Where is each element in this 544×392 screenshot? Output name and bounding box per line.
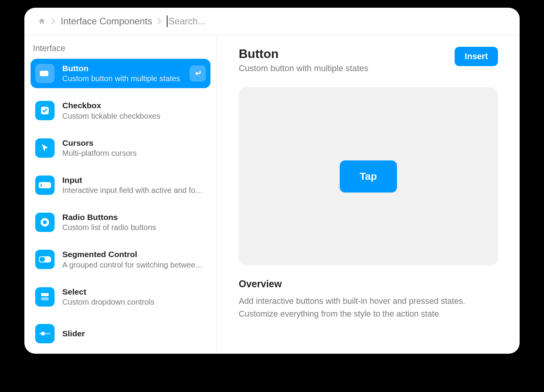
- radio-icon: [35, 213, 55, 232]
- svg-point-5: [43, 220, 47, 224]
- sidebar-item-radio[interactable]: Radio Buttons Custom list of radio butto…: [31, 208, 210, 237]
- sidebar-item-title: Input: [62, 175, 206, 185]
- svg-rect-7: [39, 257, 45, 262]
- sidebar-item-subtitle: Custom list of radio buttons: [62, 222, 206, 232]
- svg-rect-8: [41, 293, 49, 296]
- slider-icon: [35, 324, 55, 343]
- home-icon[interactable]: [38, 17, 46, 25]
- sidebar-item-subtitle: Interactive input field with active and …: [62, 185, 206, 195]
- sidebar-item-title: Select: [62, 287, 206, 297]
- detail-title: Button: [239, 47, 368, 61]
- sidebar-item-subtitle: Custom button with multiple states: [62, 73, 182, 84]
- button-icon: [35, 64, 55, 83]
- sidebar-item-slider[interactable]: Slider: [31, 319, 210, 348]
- sidebar-item-cursors[interactable]: Cursors Multi-platform cursors: [31, 133, 210, 163]
- checkbox-icon: [35, 101, 55, 120]
- detail-subtitle: Custom button with multiple states: [239, 63, 368, 73]
- sidebar-item-title: Cursors: [62, 138, 206, 148]
- sidebar-item-segmented[interactable]: Segmented Control A grouped control for …: [31, 245, 210, 274]
- sidebar-item-select[interactable]: Select Custom dropdown controls: [31, 282, 210, 312]
- breadcrumb-bar: Interface Components: [24, 8, 520, 35]
- component-sidebar: Interface Button Custom button with mult…: [24, 35, 217, 354]
- sidebar-item-title: Button: [62, 63, 182, 73]
- preview-area: Tap: [239, 87, 498, 265]
- chevron-right-icon: [51, 18, 55, 24]
- sidebar-item-checkbox[interactable]: Checkbox Custom tickable checkboxes: [31, 96, 210, 125]
- select-icon: [35, 287, 55, 307]
- preview-tap-button[interactable]: Tap: [340, 160, 397, 193]
- svg-rect-9: [41, 297, 49, 300]
- sidebar-item-input[interactable]: Input Interactive input field with activ…: [31, 170, 210, 200]
- sidebar-item-title: Slider: [62, 329, 206, 339]
- breadcrumb-section[interactable]: Interface Components: [61, 16, 152, 27]
- chevron-right-icon: [157, 18, 161, 24]
- search-wrap: [167, 15, 506, 27]
- cursor-icon: [35, 138, 55, 158]
- sidebar-item-subtitle: Multi-platform cursors: [62, 148, 206, 158]
- insert-button[interactable]: Insert: [455, 47, 498, 66]
- input-icon: [35, 176, 55, 195]
- segmented-icon: [35, 250, 55, 269]
- svg-rect-3: [41, 184, 42, 187]
- enter-key-icon: [190, 65, 206, 82]
- sidebar-item-title: Segmented Control: [62, 249, 206, 259]
- sidebar-item-title: Checkbox: [62, 101, 206, 111]
- svg-point-11: [41, 332, 45, 336]
- sidebar-item-subtitle: A grouped control for switching between …: [62, 260, 206, 270]
- sidebar-item-subtitle: Custom tickable checkboxes: [62, 111, 206, 121]
- svg-rect-0: [40, 71, 48, 76]
- sidebar-item-title: Radio Buttons: [62, 212, 206, 222]
- svg-rect-2: [39, 182, 51, 188]
- overview-heading: Overview: [239, 278, 498, 290]
- sidebar-section-label: Interface: [31, 44, 210, 59]
- search-input[interactable]: [168, 16, 506, 27]
- text-cursor: [167, 15, 168, 27]
- component-browser-window: Interface Components Interface Button Cu…: [24, 8, 520, 354]
- detail-panel: Button Custom button with multiple state…: [217, 35, 520, 354]
- sidebar-item-subtitle: Custom dropdown controls: [62, 297, 206, 307]
- sidebar-item-button[interactable]: Button Custom button with multiple state…: [31, 59, 210, 88]
- overview-body: Add interactive buttons with built-in ho…: [239, 295, 498, 321]
- sidebar-items: Button Custom button with multiple state…: [31, 59, 210, 348]
